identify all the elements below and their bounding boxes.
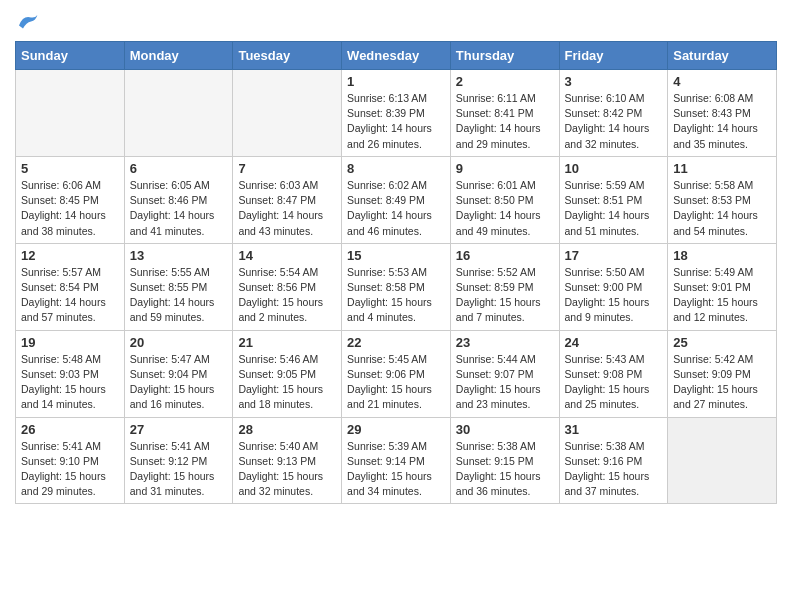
day-info: Sunrise: 5:42 AM Sunset: 9:09 PM Dayligh… xyxy=(673,352,771,413)
day-info: Sunrise: 5:44 AM Sunset: 9:07 PM Dayligh… xyxy=(456,352,554,413)
calendar-cell: 27 Sunrise: 5:41 AM Sunset: 9:12 PM Dayl… xyxy=(124,417,233,504)
day-number: 15 xyxy=(347,248,445,263)
calendar-cell: 20 Sunrise: 5:47 AM Sunset: 9:04 PM Dayl… xyxy=(124,330,233,417)
day-number: 25 xyxy=(673,335,771,350)
weekday-header-sunday: Sunday xyxy=(16,42,125,70)
calendar-cell: 4 Sunrise: 6:08 AM Sunset: 8:43 PM Dayli… xyxy=(668,70,777,157)
calendar-table: SundayMondayTuesdayWednesdayThursdayFrid… xyxy=(15,41,777,504)
day-number: 28 xyxy=(238,422,336,437)
day-number: 13 xyxy=(130,248,228,263)
day-number: 1 xyxy=(347,74,445,89)
calendar-cell xyxy=(124,70,233,157)
day-number: 30 xyxy=(456,422,554,437)
weekday-header-row: SundayMondayTuesdayWednesdayThursdayFrid… xyxy=(16,42,777,70)
day-number: 16 xyxy=(456,248,554,263)
day-info: Sunrise: 6:02 AM Sunset: 8:49 PM Dayligh… xyxy=(347,178,445,239)
day-info: Sunrise: 6:05 AM Sunset: 8:46 PM Dayligh… xyxy=(130,178,228,239)
day-number: 17 xyxy=(565,248,663,263)
day-info: Sunrise: 6:13 AM Sunset: 8:39 PM Dayligh… xyxy=(347,91,445,152)
day-number: 14 xyxy=(238,248,336,263)
day-number: 22 xyxy=(347,335,445,350)
day-info: Sunrise: 6:11 AM Sunset: 8:41 PM Dayligh… xyxy=(456,91,554,152)
weekday-header-thursday: Thursday xyxy=(450,42,559,70)
page-header xyxy=(15,10,777,31)
day-number: 31 xyxy=(565,422,663,437)
day-info: Sunrise: 6:03 AM Sunset: 8:47 PM Dayligh… xyxy=(238,178,336,239)
calendar-cell: 11 Sunrise: 5:58 AM Sunset: 8:53 PM Dayl… xyxy=(668,156,777,243)
calendar-cell: 2 Sunrise: 6:11 AM Sunset: 8:41 PM Dayli… xyxy=(450,70,559,157)
day-info: Sunrise: 6:10 AM Sunset: 8:42 PM Dayligh… xyxy=(565,91,663,152)
calendar-cell: 5 Sunrise: 6:06 AM Sunset: 8:45 PM Dayli… xyxy=(16,156,125,243)
day-number: 6 xyxy=(130,161,228,176)
calendar-cell: 24 Sunrise: 5:43 AM Sunset: 9:08 PM Dayl… xyxy=(559,330,668,417)
day-number: 26 xyxy=(21,422,119,437)
calendar-cell: 30 Sunrise: 5:38 AM Sunset: 9:15 PM Dayl… xyxy=(450,417,559,504)
calendar-cell: 26 Sunrise: 5:41 AM Sunset: 9:10 PM Dayl… xyxy=(16,417,125,504)
day-number: 19 xyxy=(21,335,119,350)
day-info: Sunrise: 5:43 AM Sunset: 9:08 PM Dayligh… xyxy=(565,352,663,413)
week-row-5: 26 Sunrise: 5:41 AM Sunset: 9:10 PM Dayl… xyxy=(16,417,777,504)
day-number: 27 xyxy=(130,422,228,437)
calendar-cell: 14 Sunrise: 5:54 AM Sunset: 8:56 PM Dayl… xyxy=(233,243,342,330)
day-info: Sunrise: 5:47 AM Sunset: 9:04 PM Dayligh… xyxy=(130,352,228,413)
day-info: Sunrise: 5:40 AM Sunset: 9:13 PM Dayligh… xyxy=(238,439,336,500)
day-info: Sunrise: 5:49 AM Sunset: 9:01 PM Dayligh… xyxy=(673,265,771,326)
day-info: Sunrise: 6:08 AM Sunset: 8:43 PM Dayligh… xyxy=(673,91,771,152)
calendar-cell: 22 Sunrise: 5:45 AM Sunset: 9:06 PM Dayl… xyxy=(342,330,451,417)
calendar-cell: 29 Sunrise: 5:39 AM Sunset: 9:14 PM Dayl… xyxy=(342,417,451,504)
calendar-cell xyxy=(668,417,777,504)
day-info: Sunrise: 5:53 AM Sunset: 8:58 PM Dayligh… xyxy=(347,265,445,326)
calendar-cell: 12 Sunrise: 5:57 AM Sunset: 8:54 PM Dayl… xyxy=(16,243,125,330)
calendar-cell: 15 Sunrise: 5:53 AM Sunset: 8:58 PM Dayl… xyxy=(342,243,451,330)
calendar-cell xyxy=(16,70,125,157)
day-info: Sunrise: 5:39 AM Sunset: 9:14 PM Dayligh… xyxy=(347,439,445,500)
day-number: 2 xyxy=(456,74,554,89)
day-number: 12 xyxy=(21,248,119,263)
calendar-cell: 3 Sunrise: 6:10 AM Sunset: 8:42 PM Dayli… xyxy=(559,70,668,157)
calendar-cell: 16 Sunrise: 5:52 AM Sunset: 8:59 PM Dayl… xyxy=(450,243,559,330)
day-info: Sunrise: 5:59 AM Sunset: 8:51 PM Dayligh… xyxy=(565,178,663,239)
calendar-cell: 31 Sunrise: 5:38 AM Sunset: 9:16 PM Dayl… xyxy=(559,417,668,504)
calendar-cell: 8 Sunrise: 6:02 AM Sunset: 8:49 PM Dayli… xyxy=(342,156,451,243)
calendar-cell: 9 Sunrise: 6:01 AM Sunset: 8:50 PM Dayli… xyxy=(450,156,559,243)
day-info: Sunrise: 5:58 AM Sunset: 8:53 PM Dayligh… xyxy=(673,178,771,239)
day-number: 3 xyxy=(565,74,663,89)
weekday-header-tuesday: Tuesday xyxy=(233,42,342,70)
weekday-header-friday: Friday xyxy=(559,42,668,70)
day-number: 24 xyxy=(565,335,663,350)
calendar-cell: 13 Sunrise: 5:55 AM Sunset: 8:55 PM Dayl… xyxy=(124,243,233,330)
day-number: 29 xyxy=(347,422,445,437)
calendar-cell: 6 Sunrise: 6:05 AM Sunset: 8:46 PM Dayli… xyxy=(124,156,233,243)
day-number: 10 xyxy=(565,161,663,176)
day-number: 20 xyxy=(130,335,228,350)
day-number: 9 xyxy=(456,161,554,176)
day-info: Sunrise: 5:52 AM Sunset: 8:59 PM Dayligh… xyxy=(456,265,554,326)
calendar-cell: 17 Sunrise: 5:50 AM Sunset: 9:00 PM Dayl… xyxy=(559,243,668,330)
day-info: Sunrise: 5:46 AM Sunset: 9:05 PM Dayligh… xyxy=(238,352,336,413)
day-number: 8 xyxy=(347,161,445,176)
weekday-header-wednesday: Wednesday xyxy=(342,42,451,70)
calendar-cell: 7 Sunrise: 6:03 AM Sunset: 8:47 PM Dayli… xyxy=(233,156,342,243)
day-info: Sunrise: 5:48 AM Sunset: 9:03 PM Dayligh… xyxy=(21,352,119,413)
weekday-header-saturday: Saturday xyxy=(668,42,777,70)
day-info: Sunrise: 5:41 AM Sunset: 9:12 PM Dayligh… xyxy=(130,439,228,500)
day-info: Sunrise: 5:57 AM Sunset: 8:54 PM Dayligh… xyxy=(21,265,119,326)
day-number: 11 xyxy=(673,161,771,176)
calendar-cell: 25 Sunrise: 5:42 AM Sunset: 9:09 PM Dayl… xyxy=(668,330,777,417)
logo xyxy=(15,10,43,31)
day-info: Sunrise: 5:38 AM Sunset: 9:15 PM Dayligh… xyxy=(456,439,554,500)
day-info: Sunrise: 5:55 AM Sunset: 8:55 PM Dayligh… xyxy=(130,265,228,326)
calendar-cell: 21 Sunrise: 5:46 AM Sunset: 9:05 PM Dayl… xyxy=(233,330,342,417)
day-info: Sunrise: 5:41 AM Sunset: 9:10 PM Dayligh… xyxy=(21,439,119,500)
day-info: Sunrise: 6:06 AM Sunset: 8:45 PM Dayligh… xyxy=(21,178,119,239)
day-info: Sunrise: 5:50 AM Sunset: 9:00 PM Dayligh… xyxy=(565,265,663,326)
day-number: 23 xyxy=(456,335,554,350)
day-info: Sunrise: 5:38 AM Sunset: 9:16 PM Dayligh… xyxy=(565,439,663,500)
calendar-cell: 18 Sunrise: 5:49 AM Sunset: 9:01 PM Dayl… xyxy=(668,243,777,330)
calendar-cell: 28 Sunrise: 5:40 AM Sunset: 9:13 PM Dayl… xyxy=(233,417,342,504)
day-number: 5 xyxy=(21,161,119,176)
calendar-cell xyxy=(233,70,342,157)
day-number: 18 xyxy=(673,248,771,263)
calendar-cell: 19 Sunrise: 5:48 AM Sunset: 9:03 PM Dayl… xyxy=(16,330,125,417)
logo-icon xyxy=(15,11,39,31)
